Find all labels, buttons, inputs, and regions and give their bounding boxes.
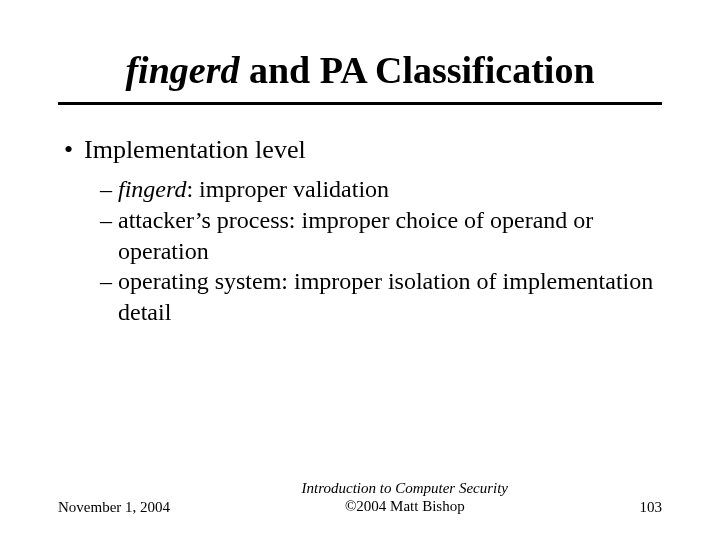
dash-icon: – xyxy=(100,266,118,327)
bullet-list: •Implementation level – fingerd: imprope… xyxy=(58,133,662,328)
list-item: – fingerd: improper validation xyxy=(100,174,662,205)
footer-title: Introduction to Computer Security xyxy=(302,479,509,498)
sub-bullets: – fingerd: improper validation – attacke… xyxy=(100,174,662,328)
title-rule xyxy=(58,102,662,105)
sub-text: fingerd: improper validation xyxy=(118,174,662,205)
list-item: – attacker’s process: improper choice of… xyxy=(100,205,662,266)
slide: fingerd and PA Classification •Implement… xyxy=(0,0,720,540)
title-italic: fingerd xyxy=(125,49,239,91)
page-number: 103 xyxy=(640,499,663,516)
footer: November 1, 2004 Introduction to Compute… xyxy=(58,479,662,517)
bullet-level1: •Implementation level xyxy=(64,133,662,166)
dash-icon: – xyxy=(100,174,118,205)
footer-center: Introduction to Computer Security ©2004 … xyxy=(302,479,509,517)
slide-title: fingerd and PA Classification xyxy=(58,48,662,92)
sub-text: operating system: improper isolation of … xyxy=(118,266,662,327)
dash-icon: – xyxy=(100,205,118,266)
title-rest: and PA Classification xyxy=(239,49,594,91)
sub-rest: : improper validation xyxy=(186,176,389,202)
footer-copyright: ©2004 Matt Bishop xyxy=(302,497,509,516)
bullet-mark: • xyxy=(64,133,84,166)
bullet-l1-text: Implementation level xyxy=(84,135,306,164)
list-item: – operating system: improper isolation o… xyxy=(100,266,662,327)
sub-italic: fingerd xyxy=(118,176,186,202)
sub-text: attacker’s process: improper choice of o… xyxy=(118,205,662,266)
footer-date: November 1, 2004 xyxy=(58,499,170,516)
